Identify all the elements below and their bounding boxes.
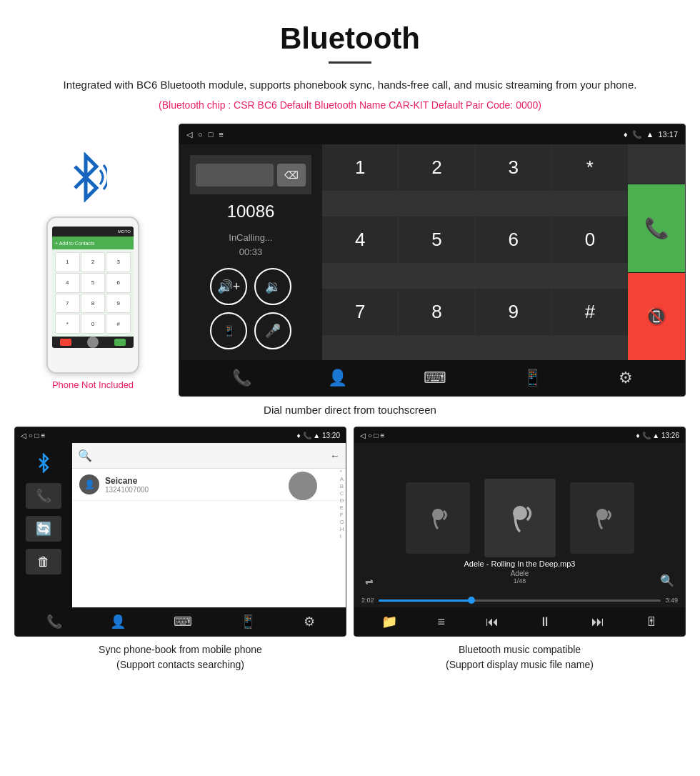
numpad-key-8[interactable]: 8 <box>399 289 474 335</box>
music-search-icon[interactable]: 🔍 <box>660 574 674 587</box>
dial-input-field[interactable] <box>196 164 274 186</box>
home-icon: ○ <box>198 130 203 139</box>
artist-name: Adele <box>464 569 576 577</box>
volume-down-icon: 🔉 <box>265 279 281 294</box>
phonebook-caption: Sync phone-book from mobile phone (Suppo… <box>14 642 346 672</box>
dial-backspace-btn[interactable]: ⌫ <box>277 164 306 186</box>
delete-icon: 🗑 <box>37 554 50 569</box>
music-menu-icon: ≡ <box>380 432 384 439</box>
numpad-key-2[interactable]: 2 <box>399 144 474 191</box>
music-wifi-icon: ▲ <box>652 432 659 439</box>
title-divider <box>329 61 371 64</box>
delete-sidebar-btn[interactable]: 🗑 <box>26 549 61 574</box>
mute-btn[interactable]: 🎤 <box>254 312 291 349</box>
dial-status-text: InCalling... <box>229 232 272 243</box>
numpad-key-9[interactable]: 9 <box>476 289 551 335</box>
back-icon: ◁ <box>186 130 192 139</box>
dial-timer: 00:33 <box>239 247 263 257</box>
pb-dialpad-icon[interactable]: ⌨ <box>174 614 192 630</box>
bottom-section: ◁ ○ □ ≡ ♦ 📞 ▲ 13:20 <box>0 427 700 676</box>
phone-status-icon: 📞 <box>632 130 642 139</box>
location-icon: ♦ <box>624 130 628 139</box>
phone-end-icon: 📵 <box>646 307 667 327</box>
phone-keypad: 123 456 789 *0# <box>52 249 134 337</box>
sync-icon: 🔄 <box>36 521 51 537</box>
music-progress-dot <box>468 597 475 604</box>
pb-menu-icon: ≡ <box>41 432 45 439</box>
music-status-right: ♦ 📞 ▲ 13:26 <box>636 432 679 439</box>
playlist-icon[interactable]: ≡ <box>438 615 446 630</box>
phonebook-screen-wrapper: ◁ ○ □ ≡ ♦ 📞 ▲ 13:20 <box>14 427 346 676</box>
numpad-key-1[interactable]: 1 <box>322 144 398 191</box>
music-time-current: 2:02 <box>361 597 374 604</box>
phone-screen: MOTO + Add to Contacts 123 456 789 *0# <box>52 227 134 348</box>
time-display: 13:17 <box>658 130 678 139</box>
music-screen: ◁ ○ □ ≡ ♦ 📞 ▲ 13:26 <box>354 427 686 637</box>
phonebook-status-bar: ◁ ○ □ ≡ ♦ 📞 ▲ 13:20 <box>15 427 346 443</box>
page-title: Bluetooth <box>0 0 700 61</box>
bluetooth-sidebar-icon[interactable] <box>26 450 61 476</box>
numpad-key-6[interactable]: 6 <box>476 217 551 263</box>
menu-icon: ≡ <box>219 130 223 139</box>
contacts-icon[interactable]: 👤 <box>328 369 347 387</box>
pb-back-icon: ◁ <box>21 432 26 439</box>
sync-sidebar-btn[interactable]: 🔄 <box>26 516 61 542</box>
dialpad-icon[interactable]: ⌨ <box>424 369 446 387</box>
pb-nav-icons: ◁ ○ □ ≡ <box>21 432 45 439</box>
phonebook-main: 🔍 ← 👤 Seicane 13241007000 <box>72 443 346 607</box>
music-progress-area: 2:02 3:49 <box>354 593 685 607</box>
pb-time: 13:20 <box>322 432 340 439</box>
car-nav-icons: ◁ ○ □ ≡ <box>186 130 224 139</box>
pb-status-right: ♦ 📞 ▲ 13:20 <box>297 432 340 439</box>
phone-call-btn <box>114 339 126 346</box>
numpad-key-4[interactable]: 4 <box>322 217 398 263</box>
volume-up-btn[interactable]: 🔊+ <box>210 268 247 305</box>
album-art-right <box>570 482 634 554</box>
equalizer-icon[interactable]: 🎚 <box>645 615 658 630</box>
phone-sidebar-btn[interactable]: 📞 <box>26 483 61 509</box>
numpad-key-3[interactable]: 3 <box>476 144 551 191</box>
music-album-area: ⇌ Adele - Rolling In the Deep.mp3 Adele … <box>354 443 685 593</box>
dial-number-display: 10086 <box>227 202 275 222</box>
call-end-btn[interactable]: 📵 <box>628 273 685 361</box>
pb-transfer-icon[interactable]: 📱 <box>240 614 256 630</box>
transfer-btn[interactable]: 📱 <box>210 312 247 349</box>
car-bottom-bar-dial: 📞 👤 ⌨ 📱 ⚙ <box>179 360 685 396</box>
pb-settings-icon[interactable]: ⚙ <box>304 614 315 630</box>
dial-caption: Dial number direct from touchscreen <box>0 404 700 416</box>
pb-calls-icon[interactable]: 📞 <box>46 614 62 630</box>
music-progress-bar[interactable] <box>379 600 661 602</box>
dial-left-panel: ⌫ 10086 InCalling... 00:33 🔊+ 🔉 📱 <box>179 144 322 360</box>
numpad-key-0[interactable]: 0 <box>552 217 628 263</box>
transfer-bottom-icon[interactable]: 📱 <box>523 369 542 387</box>
mic-icon: 🎤 <box>265 323 281 339</box>
music-time-total: 3:49 <box>665 597 678 604</box>
numpad-key-hash[interactable]: # <box>552 289 628 335</box>
pb-contacts-icon[interactable]: 👤 <box>110 614 126 630</box>
prev-track-icon[interactable]: ⏮ <box>486 615 499 630</box>
call-answer-btn[interactable]: 📞 <box>628 184 685 272</box>
back-arrow-icon: ← <box>330 450 340 462</box>
volume-down-btn[interactable]: 🔉 <box>254 268 291 305</box>
numpad-key-5[interactable]: 5 <box>399 217 474 263</box>
phone-not-included-label: Phone Not Included <box>52 379 134 390</box>
phone-status-bar: MOTO <box>52 227 134 237</box>
music-caption: Bluetooth music compatible (Support disp… <box>354 642 686 672</box>
music-location-icon: ♦ <box>636 432 640 439</box>
settings-icon[interactable]: ⚙ <box>619 369 633 387</box>
play-pause-icon[interactable]: ⏸ <box>539 615 551 630</box>
specs-line: (Bluetooth chip : CSR BC6 Default Blueto… <box>0 99 700 111</box>
volume-up-icon: 🔊+ <box>217 279 241 294</box>
phone-mockup: MOTO + Add to Contacts 123 456 789 *0# <box>46 217 139 374</box>
next-track-icon[interactable]: ⏭ <box>591 615 604 630</box>
folder-icon[interactable]: 📁 <box>381 614 397 630</box>
numpad-key-star[interactable]: * <box>552 144 628 191</box>
dial-action-buttons: 📞 📵 <box>628 144 685 360</box>
pb-phone-icon: 📞 <box>303 432 311 439</box>
calls-icon[interactable]: 📞 <box>232 369 251 387</box>
wifi-icon: ▲ <box>646 130 654 139</box>
numpad-key-7[interactable]: 7 <box>322 289 398 335</box>
car-status-right: ♦ 📞 ▲ 13:17 <box>624 130 678 139</box>
shuffle-icon[interactable]: ⇌ <box>365 576 374 587</box>
scroll-indicator <box>289 472 317 500</box>
